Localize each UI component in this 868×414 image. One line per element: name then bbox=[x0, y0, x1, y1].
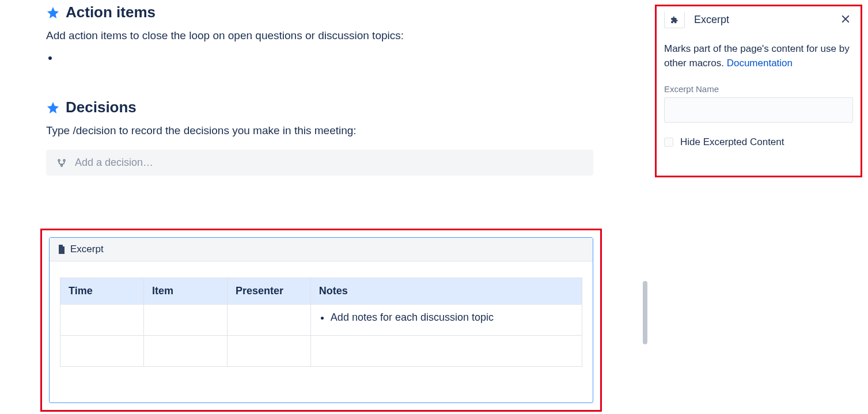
decision-input-container[interactable] bbox=[46, 150, 593, 176]
close-button[interactable] bbox=[838, 12, 853, 28]
discussion-table[interactable]: Time Item Presenter Notes Add notes for … bbox=[60, 278, 582, 367]
action-items-title: Action items bbox=[66, 3, 156, 21]
table-header-notes[interactable]: Notes bbox=[310, 278, 582, 305]
hide-content-label: Hide Excerpted Content bbox=[680, 136, 784, 148]
action-items-description[interactable]: Add action items to close the loop on op… bbox=[46, 29, 593, 42]
document-icon bbox=[58, 245, 66, 254]
excerpt-highlight-box: Excerpt Time Item Presenter Notes bbox=[40, 229, 602, 412]
table-header-row: Time Item Presenter Notes bbox=[60, 278, 582, 305]
excerpt-name-input[interactable] bbox=[664, 97, 853, 123]
cell-item[interactable] bbox=[143, 336, 227, 367]
excerpt-macro-header[interactable]: Excerpt bbox=[50, 238, 593, 261]
decisions-description[interactable]: Type /decision to record the decisions y… bbox=[46, 124, 593, 137]
action-item-empty[interactable] bbox=[59, 51, 593, 64]
cell-item[interactable] bbox=[143, 305, 227, 336]
macro-tab[interactable] bbox=[664, 12, 685, 28]
cell-time[interactable] bbox=[60, 336, 144, 367]
macro-properties-panel: Excerpt Marks part of the page's content… bbox=[655, 5, 862, 157]
decisions-title: Decisions bbox=[66, 98, 137, 116]
svg-point-2 bbox=[61, 165, 63, 166]
macro-panel-header: Excerpt bbox=[664, 12, 853, 28]
scrollbar-track bbox=[643, 0, 647, 414]
excerpt-macro-body[interactable]: Time Item Presenter Notes Add notes for … bbox=[50, 261, 593, 402]
action-items-list[interactable] bbox=[46, 51, 593, 64]
cell-notes[interactable] bbox=[310, 336, 582, 367]
scrollbar-thumb[interactable] bbox=[643, 281, 647, 344]
note-bullet[interactable]: Add notes for each discussion topic bbox=[331, 312, 574, 324]
decisions-header: Decisions bbox=[46, 98, 593, 116]
cell-presenter[interactable] bbox=[227, 336, 310, 367]
star-icon bbox=[46, 6, 60, 20]
excerpt-name-label: Excerpt Name bbox=[664, 84, 853, 94]
cell-time[interactable] bbox=[60, 305, 144, 336]
cell-notes[interactable]: Add notes for each discussion topic bbox=[310, 305, 582, 336]
star-icon bbox=[46, 101, 60, 115]
branch-icon bbox=[56, 158, 67, 168]
hide-content-row[interactable]: Hide Excerpted Content bbox=[664, 136, 853, 148]
table-row[interactable] bbox=[60, 336, 582, 367]
macro-panel-title: Excerpt bbox=[694, 14, 729, 26]
table-header-presenter[interactable]: Presenter bbox=[227, 278, 310, 305]
excerpt-macro-label: Excerpt bbox=[70, 244, 104, 255]
table-row[interactable]: Add notes for each discussion topic bbox=[60, 305, 582, 336]
excerpt-macro[interactable]: Excerpt Time Item Presenter Notes bbox=[49, 237, 593, 403]
table-header-time[interactable]: Time bbox=[60, 278, 144, 305]
main-content: Action items Add action items to close t… bbox=[46, 3, 593, 176]
cell-presenter[interactable] bbox=[227, 305, 310, 336]
close-icon bbox=[840, 14, 851, 24]
hide-content-checkbox[interactable] bbox=[664, 138, 673, 147]
table-header-item[interactable]: Item bbox=[143, 278, 227, 305]
macro-description: Marks part of the page's content for use… bbox=[664, 42, 853, 70]
puzzle-icon bbox=[670, 16, 679, 24]
decision-input[interactable] bbox=[75, 157, 583, 169]
action-items-header: Action items bbox=[46, 3, 593, 21]
documentation-link[interactable]: Documentation bbox=[727, 58, 793, 69]
